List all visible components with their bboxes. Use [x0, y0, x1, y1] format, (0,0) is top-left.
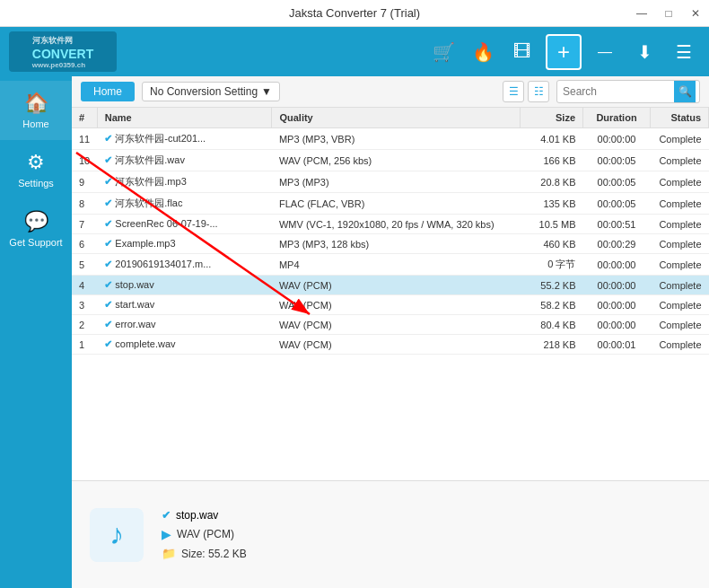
cell-name: ✔ 20190619134017.m... — [97, 254, 272, 276]
sidebar-item-home[interactable]: 🏠 Home — [0, 81, 72, 140]
cell-status: Complete — [651, 215, 709, 234]
chevron-down-icon: ▼ — [261, 85, 272, 98]
cell-size: 135 KB — [521, 193, 583, 215]
search-button[interactable]: 🔍 — [674, 81, 696, 102]
minimize-button[interactable]: — — [628, 0, 655, 27]
cell-status: Complete — [651, 335, 709, 355]
cell-num: 2 — [72, 315, 97, 335]
conversion-setting-dropdown[interactable]: No Conversion Setting ▼ — [142, 82, 280, 101]
cell-duration: 00:00:29 — [583, 234, 651, 254]
file-info: ✔ stop.wav ▶ WAV (PCM) 📁 Size: 55.2 KB — [162, 509, 247, 560]
sidebar-item-settings[interactable]: ⚙ Settings — [0, 140, 72, 199]
cell-quality: WMV (VC-1, 1920x1080, 20 fps / WMA, 320 … — [272, 215, 521, 234]
cell-num: 8 — [72, 193, 97, 215]
cell-quality: WAV (PCM) — [272, 295, 521, 315]
selected-file-name: stop.wav — [176, 509, 218, 522]
row-check-icon: ✔ — [104, 259, 112, 269]
cell-duration: 00:00:00 — [583, 295, 651, 315]
row-check-icon: ✔ — [104, 154, 112, 165]
minus-button[interactable]: — — [589, 36, 621, 68]
cell-num: 7 — [72, 215, 97, 234]
search-input[interactable] — [557, 83, 674, 101]
table-row[interactable]: 3 ✔ start.wav WAV (PCM) 58.2 KB 00:00:00… — [72, 295, 709, 315]
cell-status: Complete — [651, 150, 709, 171]
close-button[interactable]: ✕ — [682, 0, 709, 27]
row-check-icon: ✔ — [104, 197, 112, 208]
file-table: # Name Quality Size Duration Status 11 ✔… — [72, 108, 709, 480]
maximize-button[interactable]: □ — [655, 0, 682, 27]
file-info-size-row: 📁 Size: 55.2 KB — [162, 547, 247, 560]
col-header-duration: Duration — [583, 108, 651, 128]
table-row[interactable]: 7 ✔ ScreenRec 06-07-19-... WMV (VC-1, 19… — [72, 215, 709, 234]
table-row[interactable]: 4 ✔ stop.wav WAV (PCM) 55.2 KB 00:00:00 … — [72, 276, 709, 295]
cell-duration: 00:00:00 — [583, 128, 651, 150]
cell-status: Complete — [651, 315, 709, 335]
row-check-icon: ✔ — [104, 238, 112, 249]
cell-num: 5 — [72, 254, 97, 276]
flame-icon[interactable]: 🔥 — [467, 36, 499, 68]
cell-duration: 00:00:51 — [583, 215, 651, 234]
cell-name: ✔ stop.wav — [97, 276, 272, 295]
table-row[interactable]: 6 ✔ Example.mp3 MP3 (MP3, 128 kbs) 460 K… — [72, 234, 709, 254]
cell-name: ✔ complete.wav — [97, 335, 272, 355]
cell-quality: MP3 (MP3) — [272, 171, 521, 193]
grid-view-button[interactable]: ☷ — [528, 81, 549, 102]
cell-num: 1 — [72, 335, 97, 355]
table-row[interactable]: 10 ✔ 河东软件园.wav WAV (PCM, 256 kbs) 166 KB… — [72, 150, 709, 171]
film-icon[interactable]: 🎞 — [506, 36, 538, 68]
file-info-format-row: ▶ WAV (PCM) — [162, 527, 247, 541]
folder-icon: 📁 — [162, 547, 176, 560]
cell-name: ✔ 河东软件园-cut201... — [97, 128, 272, 150]
col-header-num: # — [72, 108, 97, 128]
cell-quality: FLAC (FLAC, VBR) — [272, 193, 521, 215]
view-icons: ☰ ☷ — [503, 81, 549, 102]
cell-duration: 00:00:00 — [583, 254, 651, 276]
cell-name: ✔ 河东软件园.wav — [97, 150, 272, 171]
cell-num: 4 — [72, 276, 97, 295]
add-button[interactable]: + — [546, 34, 582, 70]
menu-button[interactable]: ☰ — [668, 36, 700, 68]
main-container: 🏠 Home ⚙ Settings 💬 Get Support Home No … — [0, 76, 709, 588]
window-controls: — □ ✕ — [628, 0, 709, 27]
list-view-button[interactable]: ☰ — [503, 81, 524, 102]
music-icon: ♪ — [90, 508, 144, 562]
sidebar-support-label: Get Support — [9, 237, 62, 248]
table-row[interactable]: 2 ✔ error.wav WAV (PCM) 80.4 KB 00:00:00… — [72, 315, 709, 335]
table-row[interactable]: 9 ✔ 河东软件园.mp3 MP3 (MP3) 20.8 KB 00:00:05… — [72, 171, 709, 193]
cell-status: Complete — [651, 171, 709, 193]
sub-toolbar: Home No Conversion Setting ▼ ☰ ☷ 🔍 — [72, 76, 709, 108]
logo-convert: CONVERT — [32, 47, 93, 61]
table-row[interactable]: 1 ✔ complete.wav WAV (PCM) 218 KB 00:00:… — [72, 335, 709, 355]
col-header-name: Name — [97, 108, 272, 128]
sidebar-settings-label: Settings — [18, 178, 54, 189]
row-check-icon: ✔ — [104, 218, 112, 229]
cell-size: 55.2 KB — [521, 276, 583, 295]
cell-num: 10 — [72, 150, 97, 171]
cell-name: ✔ Example.mp3 — [97, 234, 272, 254]
cart-icon[interactable]: 🛒 — [427, 36, 460, 68]
cell-name: ✔ 河东软件园.flac — [97, 193, 272, 215]
cell-size: 4.01 KB — [521, 128, 583, 150]
files-table: # Name Quality Size Duration Status 11 ✔… — [72, 108, 709, 355]
title-bar: Jaksta Converter 7 (Trial) — □ ✕ — [0, 0, 709, 27]
row-check-icon: ✔ — [104, 338, 112, 349]
cell-size: 80.4 KB — [521, 315, 583, 335]
table-row[interactable]: 5 ✔ 20190619134017.m... MP4 0 字节 00:00:0… — [72, 254, 709, 276]
cell-num: 3 — [72, 295, 97, 315]
cell-status: Complete — [651, 193, 709, 215]
search-box: 🔍 — [556, 80, 700, 103]
home-tab[interactable]: Home — [81, 82, 135, 101]
cell-size: 0 字节 — [521, 254, 583, 276]
cell-duration: 00:00:05 — [583, 150, 651, 171]
toolbar: 河东软件网 CONVERT www.pe0359.ch 🛒 🔥 🎞 + — ⬇ … — [0, 27, 709, 76]
cell-duration: 00:00:00 — [583, 315, 651, 335]
sidebar-item-support[interactable]: 💬 Get Support — [0, 199, 72, 259]
cell-size: 460 KB — [521, 234, 583, 254]
cell-name: ✔ 河东软件园.mp3 — [97, 171, 272, 193]
table-row[interactable]: 8 ✔ 河东软件园.flac FLAC (FLAC, VBR) 135 KB 0… — [72, 193, 709, 215]
download-button[interactable]: ⬇ — [628, 36, 661, 68]
main-panel: Home No Conversion Setting ▼ ☰ ☷ 🔍 — [72, 76, 709, 588]
cell-name: ✔ start.wav — [97, 295, 272, 315]
table-row[interactable]: 11 ✔ 河东软件园-cut201... MP3 (MP3, VBR) 4.01… — [72, 128, 709, 150]
row-check-icon: ✔ — [104, 319, 112, 329]
